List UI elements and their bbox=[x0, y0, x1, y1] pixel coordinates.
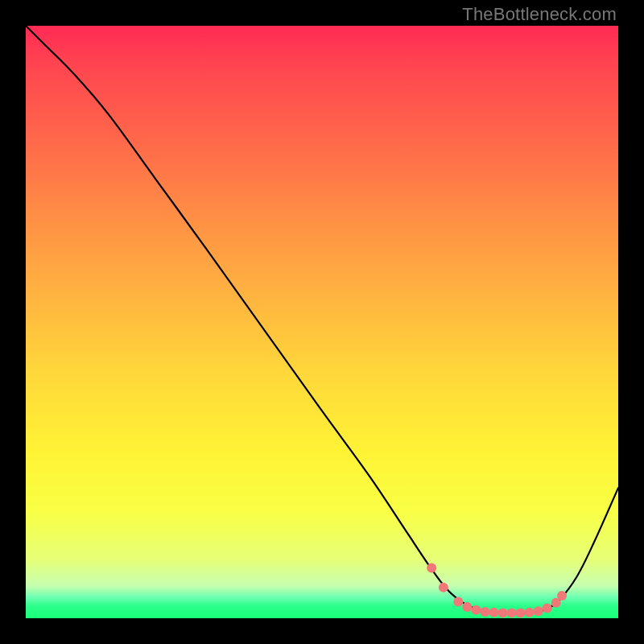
optimal-zone-dot bbox=[516, 608, 526, 617]
plot-area bbox=[26, 26, 618, 618]
optimal-zone-dot bbox=[462, 602, 472, 612]
optimal-zone-dot bbox=[507, 608, 517, 617]
optimal-zone-dot bbox=[525, 608, 535, 617]
optimal-zone-dot bbox=[480, 607, 489, 617]
optimal-zone-dot bbox=[489, 608, 498, 617]
chart-svg bbox=[26, 26, 618, 618]
optimal-zone-dot bbox=[534, 606, 543, 616]
chart-frame: TheBottleneck.com bbox=[0, 0, 644, 644]
optimal-zone-dot bbox=[497, 608, 507, 617]
optimal-zone-dot bbox=[543, 603, 552, 613]
optimal-zone-dot bbox=[439, 583, 448, 592]
optimal-zone-dot bbox=[427, 563, 436, 572]
bottleneck-curve bbox=[26, 26, 618, 613]
optimal-zone-dot bbox=[453, 597, 463, 606]
optimal-zone-dot bbox=[557, 591, 567, 601]
optimal-zone-dot bbox=[471, 605, 481, 615]
watermark-text: TheBottleneck.com bbox=[462, 4, 617, 25]
